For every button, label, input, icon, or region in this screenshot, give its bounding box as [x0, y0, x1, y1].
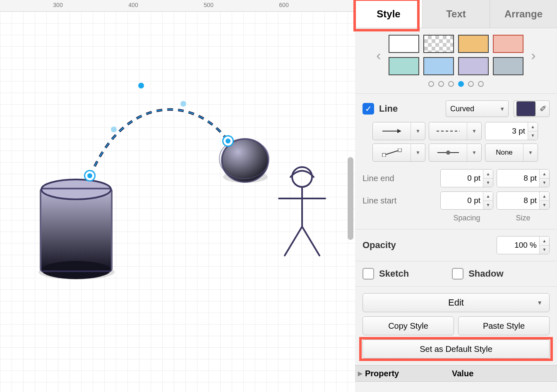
copy-style-button[interactable]: Copy Style	[363, 316, 454, 335]
style-actions-section: Edit ▼ Copy Style Paste Style Set as Def…	[355, 286, 557, 365]
waypoints-select[interactable]: None ▼	[485, 143, 538, 162]
stepper[interactable]: ▲▼	[483, 192, 493, 209]
line-end-size-value: 8 pt	[497, 174, 539, 183]
svg-rect-18	[382, 153, 386, 157]
sketch-checkbox[interactable]	[363, 268, 374, 280]
line-width-field[interactable]: 3 pt ▲▼	[485, 122, 538, 140]
waypoints-value: None	[485, 144, 523, 161]
set-default-style-button[interactable]: Set as Default Style	[363, 339, 550, 359]
pager-dot[interactable]	[428, 81, 434, 87]
line-section: ✓ Line Curved ▼ ✐ ▼	[355, 93, 557, 229]
line-start-spacing-value: 0 pt	[441, 196, 483, 205]
paste-style-button[interactable]: Paste Style	[458, 316, 550, 335]
spacing-sublabel: Spacing	[440, 214, 493, 222]
eyedropper-icon[interactable]: ✐	[540, 104, 547, 114]
svg-rect-19	[398, 148, 401, 152]
opacity-value: 100 %	[497, 241, 539, 250]
opacity-section: Opacity 100 % ▲▼	[355, 229, 557, 261]
connector-midpoint-handle[interactable]	[111, 127, 117, 132]
shadow-label: Shadow	[468, 268, 503, 279]
opacity-field[interactable]: 100 % ▲▼	[497, 236, 550, 254]
line-end-spacing-value: 0 pt	[441, 174, 483, 183]
line-start-size-field[interactable]: 8 pt ▲▼	[497, 191, 550, 210]
pager-dot[interactable]	[468, 81, 474, 87]
stepper[interactable]: ▲▼	[539, 237, 549, 254]
stepper[interactable]: ▲▼	[539, 192, 549, 209]
color-presets-section: ‹ ›	[355, 28, 557, 93]
arrow-right-icon	[373, 122, 411, 140]
pager-dot[interactable]	[448, 81, 454, 87]
sketch-label: Sketch	[379, 268, 409, 279]
line-end-size-field[interactable]: 8 pt ▲▼	[497, 169, 550, 187]
canvas[interactable]: 300 400 500 600	[0, 0, 355, 392]
swatch-none[interactable]	[423, 35, 454, 53]
pager-dot[interactable]	[438, 81, 444, 87]
line-style-value: Curved	[450, 105, 474, 113]
line-color-chip[interactable]	[516, 101, 535, 116]
swatch[interactable]	[493, 35, 523, 53]
swatch-grid	[389, 35, 523, 75]
swatch[interactable]	[458, 57, 489, 75]
chevron-down-icon: ▼	[523, 144, 538, 161]
pager-dot[interactable]	[478, 81, 484, 87]
svg-rect-2	[41, 189, 111, 270]
stepper[interactable]: ▲▼	[539, 170, 549, 187]
swatch[interactable]	[389, 57, 419, 75]
line-end-label: Line end	[363, 174, 437, 183]
pager-dot-active[interactable]	[458, 81, 464, 87]
edit-style-select[interactable]: Edit ▼	[363, 293, 550, 312]
line-start-spacing-field[interactable]: 0 pt ▲▼	[440, 191, 493, 210]
swatch[interactable]	[389, 35, 419, 53]
svg-line-13	[302, 227, 319, 256]
connector-endpoint-start[interactable]	[85, 171, 94, 180]
svg-point-21	[446, 151, 450, 155]
svg-marker-15	[397, 129, 401, 133]
size-sublabel: Size	[497, 214, 550, 222]
stepper[interactable]: ▲▼	[483, 170, 493, 187]
stick-figure-shape	[279, 167, 325, 256]
waypoint-style-select[interactable]: ▼	[429, 143, 482, 162]
line-dash-select[interactable]: ▼	[429, 122, 482, 140]
swatch[interactable]	[423, 57, 454, 75]
chevron-down-icon: ▼	[411, 122, 425, 140]
property-table-header[interactable]: ▶ Property Value	[355, 365, 557, 382]
connector-endpoint-end[interactable]	[223, 136, 233, 146]
line-checkbox[interactable]: ✓	[363, 103, 374, 115]
line-end-spacing-field[interactable]: 0 pt ▲▼	[440, 169, 493, 187]
disclosure-triangle-icon[interactable]: ▶	[355, 370, 365, 377]
panel-tabs: Style Text Arrange	[355, 0, 557, 28]
connector-midpoint-handle[interactable]	[180, 101, 186, 107]
tab-style[interactable]: Style	[355, 0, 423, 28]
dash-style-icon	[429, 122, 467, 140]
line-width-value: 3 pt	[485, 127, 528, 136]
opacity-label: Opacity	[363, 240, 396, 251]
swatch[interactable]	[493, 57, 523, 75]
line-start-label: Line start	[363, 196, 437, 206]
connection-style-select[interactable]: ▼	[372, 143, 425, 162]
effects-section: Sketch Shadow	[355, 261, 557, 286]
tab-text[interactable]: Text	[423, 0, 490, 28]
swatch-pager	[363, 81, 550, 87]
chevron-down-icon: ▼	[467, 122, 481, 140]
scrollbar-vertical[interactable]	[348, 157, 353, 240]
line-end-arrow-select[interactable]: ▼	[372, 122, 425, 140]
ruler-horizontal: 300 400 500 600	[0, 0, 355, 12]
line-start-size-value: 8 pt	[497, 196, 539, 205]
tab-arrange[interactable]: Arrange	[490, 0, 557, 28]
connector-line	[90, 110, 228, 176]
swatch[interactable]	[458, 35, 489, 53]
format-panel: Style Text Arrange ‹ ›	[355, 0, 557, 392]
property-column-header: Property	[365, 369, 452, 378]
ruler-tick: 400	[128, 2, 138, 8]
connector-control-point[interactable]	[138, 83, 144, 88]
ruler-tick: 600	[279, 2, 288, 8]
svg-point-3	[41, 261, 111, 279]
swatch-prev-icon[interactable]: ‹	[371, 43, 386, 67]
stepper[interactable]: ▲▼	[528, 122, 538, 140]
chevron-down-icon: ▼	[467, 144, 481, 161]
line-style-select[interactable]: Curved ▼	[446, 100, 509, 117]
value-column-header: Value	[452, 369, 473, 378]
shadow-checkbox[interactable]	[452, 268, 463, 280]
swatch-next-icon[interactable]: ›	[526, 43, 541, 67]
cylinder-shape	[41, 179, 112, 279]
